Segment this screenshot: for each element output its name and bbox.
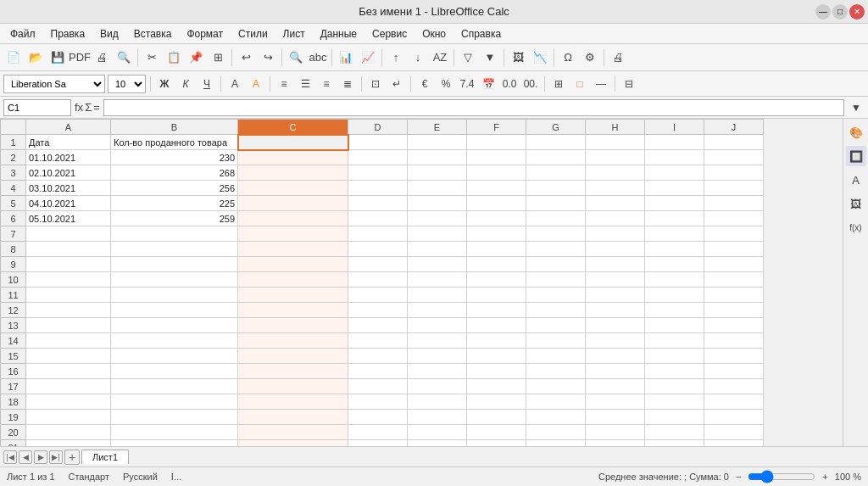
cell-D12[interactable]	[348, 303, 408, 318]
cell-J10[interactable]	[704, 272, 764, 288]
cell-B6[interactable]: 259	[111, 211, 238, 226]
cell-H10[interactable]	[586, 272, 645, 288]
filter2-btn[interactable]: ▼	[480, 47, 500, 68]
col-header-I[interactable]: I	[645, 120, 704, 135]
decimal-up-btn[interactable]: 7.4	[458, 75, 476, 93]
cell-F10[interactable]	[467, 272, 526, 288]
cell-B17[interactable]	[111, 379, 238, 394]
cell-D3[interactable]	[348, 165, 408, 181]
cell-I9[interactable]	[645, 257, 704, 272]
cell-A18[interactable]	[26, 394, 111, 410]
cell-B20[interactable]	[111, 425, 238, 440]
cell-J18[interactable]	[704, 394, 764, 410]
cell-A2[interactable]: 01.10.2021	[26, 150, 111, 165]
cell-J6[interactable]	[704, 211, 764, 226]
menu-item-формат[interactable]: Формат	[180, 26, 230, 42]
cell-J11[interactable]	[704, 288, 764, 303]
cell-E19[interactable]	[408, 410, 467, 425]
cell-A1[interactable]: Дата	[26, 135, 111, 150]
cell-E9[interactable]	[408, 257, 467, 272]
sheet-tab-1[interactable]: Лист1	[81, 450, 129, 464]
cell-D7[interactable]	[348, 226, 408, 242]
cell-H7[interactable]	[586, 226, 645, 242]
row-num-21[interactable]: 21	[1, 440, 26, 447]
cell-I13[interactable]	[645, 318, 704, 333]
cell-J8[interactable]	[704, 242, 764, 257]
cell-A7[interactable]	[26, 226, 111, 242]
row-num-10[interactable]: 10	[1, 272, 26, 288]
sheet-nav-prev[interactable]: ◀	[19, 450, 32, 464]
cell-E4[interactable]	[408, 181, 467, 196]
sidebar-functions-btn[interactable]: f(x)	[846, 217, 866, 237]
formula-input[interactable]	[103, 99, 844, 116]
cell-E8[interactable]	[408, 242, 467, 257]
cell-B4[interactable]: 256	[111, 181, 238, 196]
cell-G18[interactable]	[526, 394, 586, 410]
cell-C3[interactable]	[238, 165, 348, 181]
cell-I20[interactable]	[645, 425, 704, 440]
cell-G15[interactable]	[526, 349, 586, 364]
cell-C18[interactable]	[238, 394, 348, 410]
cell-G13[interactable]	[526, 318, 586, 333]
cell-E20[interactable]	[408, 425, 467, 440]
cell-F13[interactable]	[467, 318, 526, 333]
cell-H8[interactable]	[586, 242, 645, 257]
cell-C7[interactable]	[238, 226, 348, 242]
cell-F8[interactable]	[467, 242, 526, 257]
cell-B8[interactable]	[111, 242, 238, 257]
cell-C4[interactable]	[238, 181, 348, 196]
row-num-20[interactable]: 20	[1, 425, 26, 440]
cell-D13[interactable]	[348, 318, 408, 333]
cell-E15[interactable]	[408, 349, 467, 364]
line-btn[interactable]: —	[592, 75, 610, 93]
cell-H18[interactable]	[586, 394, 645, 410]
cell-E11[interactable]	[408, 288, 467, 303]
cell-B3[interactable]: 268	[111, 165, 238, 181]
cell-I11[interactable]	[645, 288, 704, 303]
cell-B7[interactable]	[111, 226, 238, 242]
sidebar-gallery-btn[interactable]: 🖼	[846, 193, 866, 214]
sidebar-navigator-btn[interactable]: 🔲	[846, 146, 866, 166]
cell-I5[interactable]	[645, 196, 704, 211]
cell-G20[interactable]	[526, 425, 586, 440]
cell-I6[interactable]	[645, 211, 704, 226]
cell-A11[interactable]	[26, 288, 111, 303]
cell-B21[interactable]	[111, 440, 238, 447]
cell-C1[interactable]	[238, 135, 348, 150]
cell-J2[interactable]	[704, 150, 764, 165]
sort-asc-btn[interactable]: ↑	[386, 47, 406, 68]
cell-G12[interactable]	[526, 303, 586, 318]
cell-J19[interactable]	[704, 410, 764, 425]
cell-G6[interactable]	[526, 211, 586, 226]
row-num-15[interactable]: 15	[1, 349, 26, 364]
cell-H16[interactable]	[586, 364, 645, 379]
justify-btn[interactable]: ≣	[338, 75, 357, 93]
cell-A10[interactable]	[26, 272, 111, 288]
sheet-nav-last[interactable]: ▶|	[49, 450, 63, 464]
cell-H1[interactable]	[586, 135, 645, 150]
row-num-8[interactable]: 8	[1, 242, 26, 257]
cell-C13[interactable]	[238, 318, 348, 333]
row-num-14[interactable]: 14	[1, 333, 26, 349]
cell-J13[interactable]	[704, 318, 764, 333]
cell-H9[interactable]	[586, 257, 645, 272]
cell-I14[interactable]	[645, 333, 704, 349]
cell-D11[interactable]	[348, 288, 408, 303]
menu-item-файл[interactable]: Файл	[3, 26, 42, 42]
row-num-16[interactable]: 16	[1, 364, 26, 379]
menu-item-стили[interactable]: Стили	[231, 26, 275, 42]
cell-E14[interactable]	[408, 333, 467, 349]
cell-A6[interactable]: 05.10.2021	[26, 211, 111, 226]
cell-D18[interactable]	[348, 394, 408, 410]
sidebar-styles-btn[interactable]: 🎨	[846, 122, 866, 142]
cell-H19[interactable]	[586, 410, 645, 425]
cell-E1[interactable]	[408, 135, 467, 150]
row-num-6[interactable]: 6	[1, 211, 26, 226]
row-num-2[interactable]: 2	[1, 150, 26, 165]
cell-H6[interactable]	[586, 211, 645, 226]
cell-G3[interactable]	[526, 165, 586, 181]
cell-F2[interactable]	[467, 150, 526, 165]
cell-G5[interactable]	[526, 196, 586, 211]
cell-F9[interactable]	[467, 257, 526, 272]
cell-H20[interactable]	[586, 425, 645, 440]
